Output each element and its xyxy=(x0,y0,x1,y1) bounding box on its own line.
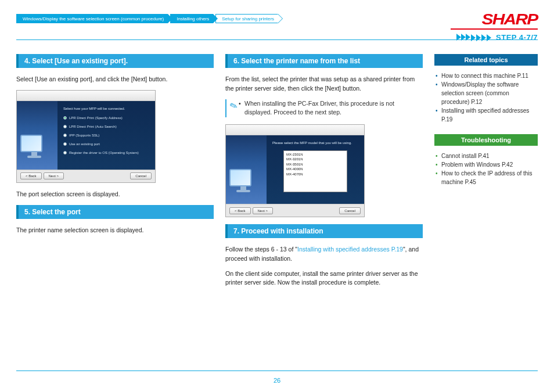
heading-step-4: 4. Select [Use an existing port]. xyxy=(16,54,214,68)
crumb-3[interactable]: Setup for sharing printers xyxy=(215,14,278,23)
screenshot-port-selection: Select how your MFP will be connected. L… xyxy=(16,90,156,183)
breadcrumb: Windows/Display the software selection s… xyxy=(16,14,278,23)
text-step-6: From the list, select the printer that w… xyxy=(225,75,423,93)
logo-area: SHARP STEP 4-7/7 xyxy=(451,10,538,42)
troubleshooting-heading: Troubleshooting xyxy=(434,134,538,146)
next-button: Next > xyxy=(253,207,274,214)
trouble-link[interactable]: How to check the IP address of this mach… xyxy=(434,169,538,186)
crumb-2[interactable]: Installing others xyxy=(170,14,213,23)
related-topics-list: How to connect this machine P.11 Windows… xyxy=(434,71,538,124)
back-button: < Back xyxy=(20,172,42,179)
cancel-button: Cancel xyxy=(130,172,152,179)
caption-step-4: The port selection screen is displayed. xyxy=(16,190,214,199)
crumb-1[interactable]: Windows/Display the software selection s… xyxy=(16,14,168,23)
related-link[interactable]: How to connect this machine P.11 xyxy=(434,71,538,80)
text-step-4: Select [Use an existing port], and click… xyxy=(16,75,214,84)
note-block: ✎ When installing the PC-Fax Driver, thi… xyxy=(225,99,423,118)
trouble-link[interactable]: Cannot install P.41 xyxy=(434,152,538,160)
page-number: 26 xyxy=(0,377,554,384)
sharp-logo: SHARP xyxy=(482,10,538,28)
footer-divider xyxy=(16,371,538,371)
trouble-link[interactable]: Problem with Windows P.42 xyxy=(434,160,538,169)
text-step-7b: On the client side computer, install the… xyxy=(225,269,423,288)
column-left: 4. Select [Use an existing port]. Select… xyxy=(16,54,214,293)
troubleshooting-list: Cannot install P.41 Problem with Windows… xyxy=(434,152,538,186)
related-link[interactable]: Windows/Display the software selection s… xyxy=(434,80,538,106)
link-specified-addresses[interactable]: Installing with specified addresses P.19 xyxy=(297,246,403,253)
text-step-7a: Follow the steps 6 - 13 of "Installing w… xyxy=(225,245,423,264)
column-sidebar: Related topics How to connect this machi… xyxy=(434,54,538,293)
monitor-icon xyxy=(229,169,257,197)
back-button: < Back xyxy=(229,207,251,214)
related-link[interactable]: Installing with specified addresses P.19 xyxy=(434,106,538,124)
related-topics-heading: Related topics xyxy=(434,54,538,66)
heading-step-5: 5. Select the port xyxy=(16,205,214,219)
screenshot-printer-list: Please select the MFP model that you wil… xyxy=(225,124,365,217)
monitor-icon xyxy=(20,135,48,163)
heading-step-7: 7. Proceed with installation xyxy=(225,224,423,238)
cancel-button: Cancel xyxy=(339,207,361,214)
printer-listbox: MX-2301NMX-3201NMX-3501N MX-4000NMX-4070… xyxy=(283,150,347,192)
heading-step-6: 6. Select the printer name from the list xyxy=(225,54,423,68)
note-text: When installing the PC-Fax Driver, this … xyxy=(242,99,423,118)
next-button: Next > xyxy=(44,172,64,179)
step-label: STEP 4-7/7 xyxy=(496,33,538,42)
pushpin-icon: ✎ xyxy=(228,99,239,112)
step-arrows-icon xyxy=(457,34,491,41)
column-center: 6. Select the printer name from the list… xyxy=(225,54,423,293)
text-step-5: The printer name selection screen is dis… xyxy=(16,226,214,235)
